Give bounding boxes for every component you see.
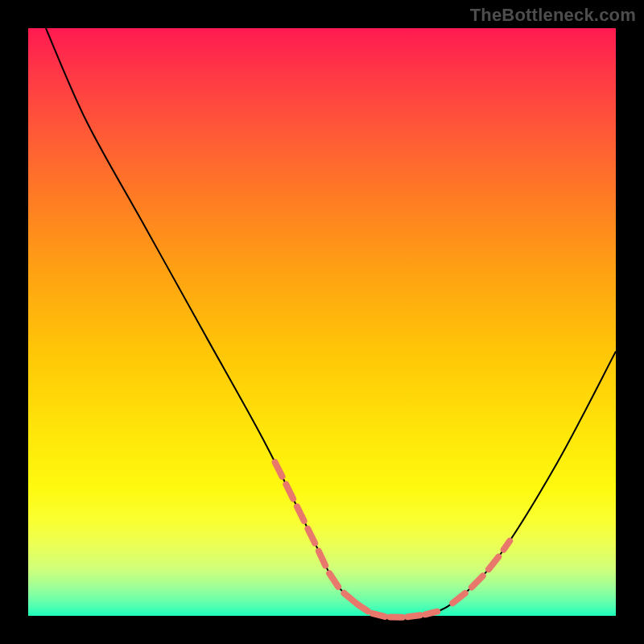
marker-dash bbox=[319, 551, 325, 566]
marker-dash bbox=[329, 573, 338, 586]
marker-dash bbox=[472, 576, 483, 587]
marker-dash bbox=[373, 613, 385, 617]
curve-path bbox=[46, 28, 616, 617]
marker-dash bbox=[308, 529, 315, 543]
marker-dash bbox=[407, 615, 419, 617]
marker-dash bbox=[425, 612, 437, 615]
marker-group bbox=[275, 462, 510, 617]
curve-svg bbox=[28, 28, 616, 616]
marker-dash bbox=[452, 593, 464, 603]
marker-dash bbox=[489, 557, 498, 569]
marker-dash bbox=[297, 506, 304, 521]
marker-dash bbox=[357, 605, 368, 612]
plot-area bbox=[28, 28, 616, 616]
chart-container: TheBottleneck.com bbox=[0, 0, 644, 644]
marker-dash bbox=[286, 485, 293, 499]
attribution-text: TheBottleneck.com bbox=[470, 5, 636, 26]
marker-dash bbox=[275, 462, 283, 477]
marker-dash bbox=[344, 593, 356, 604]
marker-dash bbox=[504, 541, 510, 550]
